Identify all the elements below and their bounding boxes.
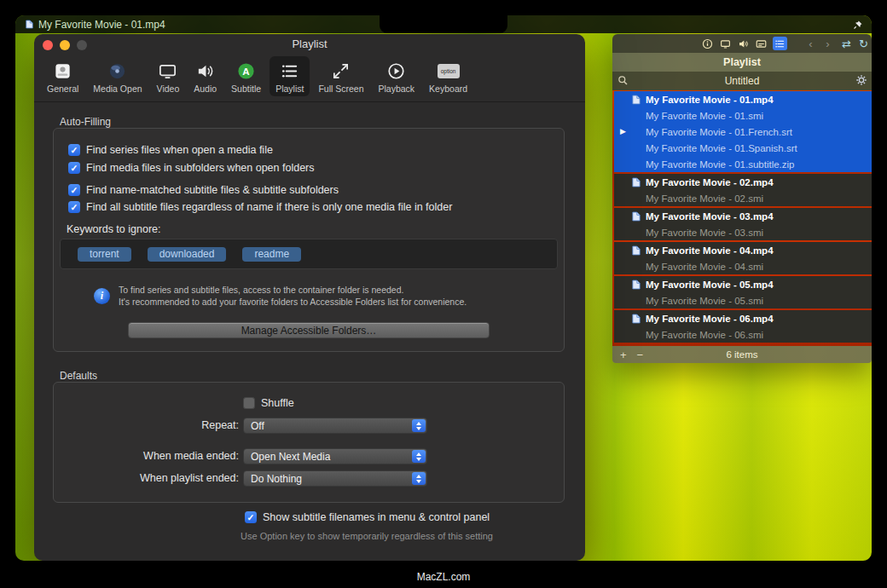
- popup-stepper-icon: [412, 450, 426, 463]
- check-find-media-subfolders[interactable]: ✓ Find media files in subfolders when op…: [68, 161, 315, 175]
- option-key-icon: option: [438, 60, 460, 82]
- option-key-note: Use Option key to show temporarily regar…: [171, 531, 563, 541]
- preferences-window: Playlist General: [34, 34, 585, 561]
- keywords-label: Keywords to ignore:: [67, 223, 160, 235]
- fullscreen-icon: [330, 60, 352, 82]
- general-icon: [52, 60, 74, 82]
- check-all-subtitles[interactable]: ✓ Find all subtitle files regardless of …: [68, 200, 452, 214]
- pin-icon[interactable]: [853, 20, 863, 30]
- info-icon: i: [94, 288, 110, 304]
- prefs-title: Playlist: [34, 34, 585, 55]
- document-icon: [632, 280, 641, 290]
- list-item[interactable]: My Favorite Movie - 01.subtitle.zip: [614, 156, 872, 172]
- repeat-popup[interactable]: Off: [243, 418, 427, 434]
- document-icon: [632, 177, 641, 187]
- playlist-group-1: My Favorite Movie - 01.mp4 My Favorite M…: [614, 91, 872, 172]
- list-item[interactable]: My Favorite Movie - 04.mp4: [614, 242, 872, 258]
- list-item[interactable]: My Favorite Movie - 02.smi: [614, 190, 872, 206]
- document-icon: [632, 314, 641, 324]
- prefs-titlebar: Playlist: [34, 34, 585, 55]
- keyword-tag[interactable]: downloaded: [148, 247, 227, 262]
- show-subtitle-filenames-row[interactable]: ✓ Show subtitle filenames in menu & cont…: [245, 511, 490, 523]
- repeat-icon[interactable]: ↻: [856, 37, 871, 50]
- tab-video[interactable]: Video: [151, 56, 186, 96]
- list-item[interactable]: My Favorite Movie - 01.Spanish.srt: [614, 140, 872, 156]
- item-count: 6 items: [612, 349, 872, 360]
- window-title: My Favorite Movie - 01.mp4: [38, 19, 165, 31]
- tab-media-open[interactable]: Media Open: [87, 56, 148, 96]
- popup-stepper-icon: [412, 419, 426, 432]
- chevron-left-icon[interactable]: ‹: [803, 37, 818, 50]
- display-icon: [157, 60, 179, 82]
- check-name-matched-subtitles[interactable]: ✓ Find name-matched subtitle files & sub…: [68, 183, 339, 197]
- display-icon[interactable]: [718, 37, 733, 50]
- info-block: i To find series and subtitle files, acc…: [94, 284, 467, 308]
- now-playing-icon: ▶: [620, 128, 626, 135]
- defaults-label: Defaults: [60, 370, 97, 382]
- list-item[interactable]: My Favorite Movie - 03.smi: [614, 224, 872, 240]
- checkbox-unchecked-icon[interactable]: [243, 397, 255, 409]
- playlist-ended-popup[interactable]: Do Nothing: [243, 470, 427, 487]
- auto-filling-label: Auto-Filling: [60, 116, 111, 128]
- zoom-button: [77, 40, 87, 50]
- keyword-tag[interactable]: torrent: [78, 247, 131, 262]
- list-item[interactable]: My Favorite Movie - 04.smi: [614, 258, 872, 274]
- screen: My Favorite Movie - 01.mp4 Playlist: [15, 15, 872, 561]
- speaker-icon[interactable]: [736, 37, 751, 50]
- playlist-panel-toolbar: ‹ › ⇄ ↻: [612, 34, 872, 53]
- list-item[interactable]: My Favorite Movie - 02.mp4: [614, 174, 872, 190]
- popup-stepper-icon: [412, 472, 426, 485]
- gear-icon[interactable]: [855, 74, 867, 86]
- traffic-lights: [43, 40, 87, 50]
- checkbox-checked-icon[interactable]: ✓: [68, 201, 80, 213]
- tab-audio[interactable]: Audio: [188, 56, 223, 96]
- tab-playlist[interactable]: Playlist: [270, 56, 310, 96]
- media-ended-label: When media ended:: [87, 450, 239, 462]
- check-find-series[interactable]: ✓ Find series files when open a media fi…: [68, 143, 273, 157]
- list-item[interactable]: My Favorite Movie - 05.smi: [614, 292, 872, 308]
- list-item[interactable]: My Favorite Movie - 03.mp4: [614, 208, 872, 224]
- list-item[interactable]: My Favorite Movie - 06.smi: [614, 326, 872, 343]
- list-item[interactable]: My Favorite Movie - 06.mp4: [614, 310, 872, 326]
- repeat-label: Repeat:: [87, 419, 239, 431]
- play-circle-icon: [386, 60, 408, 82]
- manage-accessible-folders-button[interactable]: Manage Accessible Folders…: [128, 322, 490, 338]
- document-icon: [632, 211, 641, 222]
- checkbox-checked-icon[interactable]: ✓: [68, 144, 80, 156]
- playlist-panel-title: Playlist: [612, 53, 872, 72]
- keywords-box: torrent downloaded readme: [60, 239, 558, 269]
- document-icon: [632, 245, 641, 256]
- close-button[interactable]: [43, 40, 53, 50]
- shuffle-checkbox-row[interactable]: Shuffle: [243, 397, 294, 409]
- list-item[interactable]: My Favorite Movie - 05.mp4: [614, 276, 872, 292]
- tab-general[interactable]: General: [41, 56, 84, 96]
- tab-playback[interactable]: Playback: [373, 56, 421, 96]
- playlist-group-5: My Favorite Movie - 05.mp4 My Favorite M…: [614, 276, 872, 308]
- tab-full-screen[interactable]: Full Screen: [312, 56, 369, 96]
- list-item[interactable]: My Favorite Movie - 01.smi: [614, 107, 872, 124]
- media-open-icon: [107, 60, 129, 82]
- prefs-toolbar: General Media Open Video: [34, 55, 585, 102]
- shuffle-icon[interactable]: ⇄: [839, 37, 854, 50]
- playlist-list: My Favorite Movie - 01.mp4 My Favorite M…: [612, 90, 872, 346]
- list-item-playing[interactable]: ▶ My Favorite Movie - 01.French.srt: [614, 124, 872, 140]
- search-icon: [617, 75, 629, 86]
- subtitle-card-icon[interactable]: [754, 37, 768, 50]
- info-line-1: To find series and subtitle files, acces…: [119, 285, 403, 295]
- tab-keyboard[interactable]: option Keyboard: [423, 56, 473, 96]
- info-icon[interactable]: [700, 37, 715, 50]
- media-ended-popup[interactable]: Open Next Media: [243, 448, 427, 464]
- tab-subtitle[interactable]: A Subtitle: [225, 56, 267, 96]
- playlist-ended-label: When playlist ended:: [87, 472, 239, 484]
- playlist-group-3: My Favorite Movie - 03.mp4 My Favorite M…: [614, 208, 872, 240]
- list-item[interactable]: My Favorite Movie - 01.mp4: [614, 91, 872, 107]
- playlist-group-2: My Favorite Movie - 02.mp4 My Favorite M…: [614, 174, 872, 206]
- checkbox-checked-icon[interactable]: ✓: [68, 162, 80, 174]
- chevron-right-icon[interactable]: ›: [820, 37, 835, 50]
- checkbox-checked-icon[interactable]: ✓: [245, 511, 257, 523]
- checkbox-checked-icon[interactable]: ✓: [68, 184, 80, 196]
- playlist-search-bar[interactable]: Untitled: [612, 72, 872, 90]
- keyword-tag[interactable]: readme: [242, 247, 301, 262]
- playlist-icon[interactable]: [773, 37, 787, 50]
- minimize-button[interactable]: [60, 40, 70, 50]
